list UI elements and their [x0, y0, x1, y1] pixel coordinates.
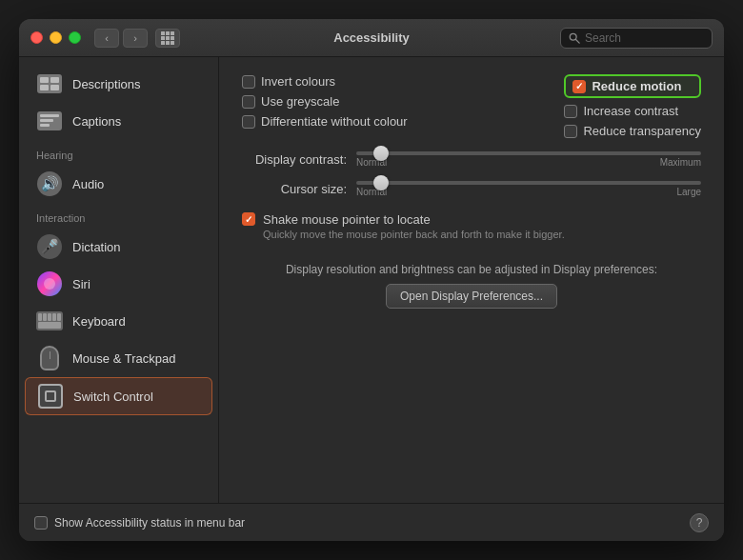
traffic-lights	[30, 31, 81, 44]
sidebar-item-switch-control-label: Switch Control	[73, 390, 153, 404]
differentiate-without-colour-checkbox[interactable]	[242, 115, 255, 129]
display-note-text: Display resolution and brightness can be…	[242, 263, 701, 276]
options-row: Invert colours Use greyscale Differentia…	[242, 74, 701, 138]
minimize-button[interactable]	[50, 31, 62, 44]
sidebar-item-switch-control[interactable]: Switch Control	[25, 377, 212, 415]
cursor-size-track[interactable]	[356, 181, 701, 185]
shake-mouse-title: Shake mouse pointer to locate	[263, 212, 565, 227]
sidebar-item-descriptions[interactable]: Descriptions	[25, 66, 212, 102]
reduce-motion-row[interactable]: Reduce motion	[564, 74, 701, 98]
reduce-motion-checkbox[interactable]	[572, 80, 586, 93]
search-input[interactable]	[585, 31, 704, 45]
cursor-size-row: Cursor size: Normal Large	[242, 181, 701, 197]
search-icon	[569, 32, 580, 44]
footer-checkbox-row[interactable]: Show Accessibility status in menu bar	[34, 516, 245, 530]
sidebar-item-captions-label: Captions	[72, 114, 121, 129]
sidebar-item-mouse-trackpad-label: Mouse & Trackpad	[72, 351, 175, 366]
footer: Show Accessibility status in menu bar ?	[19, 503, 724, 541]
cursor-size-thumb[interactable]	[373, 175, 389, 190]
switch-control-icon	[37, 383, 64, 410]
cursor-size-range-labels: Normal Large	[356, 187, 701, 197]
audio-icon: 🔊	[36, 170, 63, 197]
back-button[interactable]: ‹	[94, 29, 119, 48]
cursor-size-max-label: Large	[676, 187, 701, 197]
increase-contrast-checkbox[interactable]	[564, 105, 577, 118]
dictation-icon: 🎤	[36, 233, 63, 260]
display-contrast-track[interactable]	[356, 151, 701, 155]
invert-colours-checkbox[interactable]	[242, 75, 255, 89]
sidebar-item-captions[interactable]: Captions	[25, 103, 212, 139]
increase-contrast-row[interactable]: Increase contrast	[564, 104, 701, 118]
shake-mouse-row[interactable]: Shake mouse pointer to locate Quickly mo…	[242, 212, 701, 240]
main-panel: Invert colours Use greyscale Differentia…	[219, 57, 724, 503]
titlebar: ‹ › Accessibility	[19, 19, 724, 57]
nav-buttons: ‹ ›	[94, 29, 180, 48]
reduce-transparency-row[interactable]: Reduce transparency	[564, 124, 701, 138]
display-contrast-thumb[interactable]	[373, 146, 389, 161]
content-area: Descriptions Captions Hearing 🔊	[19, 57, 724, 503]
open-display-preferences-button[interactable]: Open Display Preferences...	[386, 284, 557, 309]
reduce-transparency-checkbox[interactable]	[564, 125, 577, 138]
accessibility-status-checkbox[interactable]	[34, 516, 48, 530]
left-checkboxes: Invert colours Use greyscale Differentia…	[242, 74, 408, 129]
accessibility-window: ‹ › Accessibility	[19, 19, 724, 541]
display-contrast-max-label: Maximum	[660, 157, 701, 168]
shake-mouse-description: Quickly move the mouse pointer back and …	[263, 229, 565, 240]
shake-mouse-checkbox[interactable]	[242, 212, 255, 226]
shake-mouse-text: Shake mouse pointer to locate Quickly mo…	[263, 212, 565, 240]
display-preferences-section: Display resolution and brightness can be…	[242, 263, 701, 309]
help-button[interactable]: ?	[690, 513, 709, 532]
use-greyscale-checkbox[interactable]	[242, 95, 255, 109]
increase-contrast-label: Increase contrast	[583, 104, 678, 118]
close-button[interactable]	[30, 31, 43, 44]
accessibility-status-label: Show Accessibility status in menu bar	[54, 516, 245, 530]
sidebar-item-keyboard[interactable]: Keyboard	[25, 303, 212, 339]
forward-button[interactable]: ›	[123, 29, 148, 48]
descriptions-icon	[36, 70, 63, 97]
display-contrast-row: Display contrast: Normal Maximum	[242, 151, 701, 168]
sidebar-item-siri[interactable]: Siri	[25, 266, 212, 302]
display-contrast-track-wrapper: Normal Maximum	[356, 151, 701, 168]
grid-view-button[interactable]	[155, 29, 180, 48]
section-header-interaction: Interaction	[19, 203, 218, 228]
svg-line-1	[575, 39, 579, 43]
keyboard-icon	[36, 308, 63, 334]
window-title: Accessibility	[333, 30, 410, 45]
use-greyscale-row[interactable]: Use greyscale	[242, 94, 408, 109]
section-header-hearing: Hearing	[19, 140, 218, 165]
sidebar-item-audio-label: Audio	[72, 177, 104, 191]
invert-colours-row[interactable]: Invert colours	[242, 74, 408, 89]
right-checkboxes: Reduce motion Increase contrast Reduce t…	[564, 74, 701, 138]
sidebar-item-descriptions-label: Descriptions	[72, 77, 141, 91]
sidebar-item-mouse-trackpad[interactable]: Mouse & Trackpad	[25, 340, 212, 376]
sidebar-item-dictation[interactable]: 🎤 Dictation	[25, 229, 212, 265]
display-contrast-range-labels: Normal Maximum	[356, 157, 701, 168]
grid-icon	[161, 31, 174, 45]
sidebar-item-keyboard-label: Keyboard	[72, 314, 126, 329]
cursor-size-section: Cursor size: Normal Large	[242, 181, 701, 197]
sidebar-item-siri-label: Siri	[72, 277, 90, 291]
use-greyscale-label: Use greyscale	[261, 94, 339, 109]
maximize-button[interactable]	[69, 31, 81, 44]
reduce-transparency-label: Reduce transparency	[583, 124, 701, 138]
display-contrast-label: Display contrast:	[242, 152, 347, 167]
reduce-motion-label: Reduce motion	[592, 79, 681, 93]
sidebar: Descriptions Captions Hearing 🔊	[19, 57, 219, 503]
cursor-size-track-wrapper: Normal Large	[356, 181, 701, 197]
search-box[interactable]	[560, 28, 713, 49]
sidebar-item-audio[interactable]: 🔊 Audio	[25, 166, 212, 202]
differentiate-without-colour-row[interactable]: Differentiate without colour	[242, 114, 408, 129]
cursor-size-label: Cursor size:	[242, 182, 347, 196]
captions-icon	[36, 108, 63, 134]
invert-colours-label: Invert colours	[261, 74, 335, 89]
sidebar-item-dictation-label: Dictation	[72, 240, 121, 254]
differentiate-without-colour-label: Differentiate without colour	[261, 114, 408, 129]
mouse-trackpad-icon	[36, 345, 63, 371]
display-contrast-section: Display contrast: Normal Maximum	[242, 151, 701, 168]
siri-icon	[36, 270, 63, 297]
